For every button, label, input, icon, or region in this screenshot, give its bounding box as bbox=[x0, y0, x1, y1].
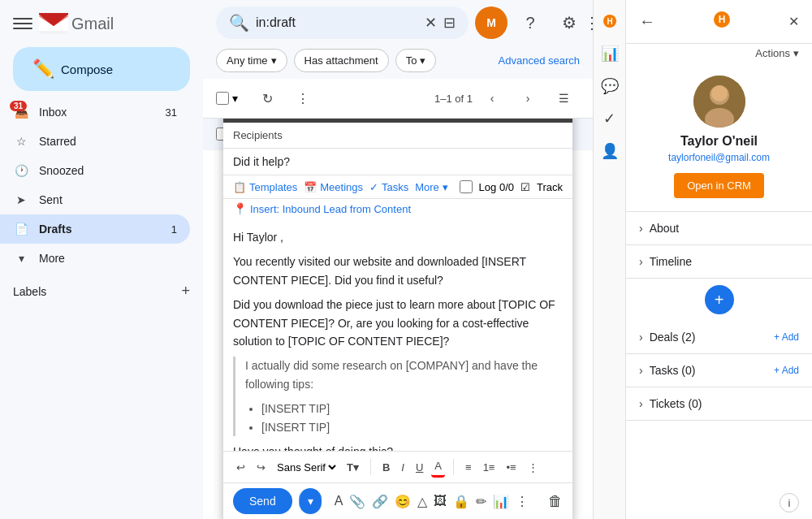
toolbar-icons: ↻ ⋮ bbox=[251, 82, 319, 115]
deals-add-button[interactable]: + Add bbox=[774, 331, 799, 343]
timeline-chevron-icon: › bbox=[639, 255, 643, 268]
more-actions-button[interactable]: More ▾ bbox=[415, 181, 448, 193]
select-all-area[interactable]: ▾ bbox=[216, 92, 238, 105]
bullet-list-button[interactable]: •≡ bbox=[503, 458, 519, 477]
lock-icon[interactable]: 🔒 bbox=[453, 494, 469, 509]
hs-chart-icon[interactable]: 📊 bbox=[595, 39, 624, 68]
sidebar-item-sent[interactable]: ➤ Sent bbox=[0, 185, 190, 214]
sidebar-item-inbox[interactable]: 31 📥 Inbox 31 bbox=[0, 97, 190, 127]
compose-recipients[interactable]: Recipients bbox=[223, 123, 572, 149]
contact-info: Taylor O'neil taylorfoneil@gmail.com Ope… bbox=[626, 63, 812, 212]
more-bottom-icon[interactable]: ⋮ bbox=[516, 494, 529, 509]
signature-icon[interactable]: ✏ bbox=[476, 494, 486, 509]
refresh-icon[interactable]: ↻ bbox=[251, 82, 283, 115]
compose-button[interactable]: ✏️ Compose bbox=[13, 47, 190, 91]
tickets-section-header[interactable]: › Tickets (0) bbox=[626, 387, 812, 420]
labels-add-button[interactable]: + bbox=[181, 283, 190, 300]
underline-button[interactable]: U bbox=[412, 458, 426, 477]
body-para1: You recently visited our website and dow… bbox=[233, 253, 563, 289]
info-icon[interactable]: i bbox=[780, 493, 799, 513]
log-checkbox[interactable] bbox=[460, 180, 473, 193]
emoji-icon[interactable]: 😊 bbox=[395, 494, 411, 509]
numbered-list-button[interactable]: 1≡ bbox=[480, 458, 499, 477]
compose-subject[interactable]: Did it help? bbox=[223, 149, 572, 175]
attach-icon[interactable]: 📎 bbox=[349, 494, 365, 509]
view-options-icon[interactable]: ☰ bbox=[547, 82, 580, 115]
hs-chat-icon[interactable]: 💬 bbox=[595, 71, 624, 101]
redo-button[interactable]: ↪ bbox=[253, 458, 269, 477]
inbox-count: 31 bbox=[166, 106, 177, 119]
undo-button[interactable]: ↩ bbox=[233, 458, 248, 477]
open-crm-button[interactable]: Open in CRM bbox=[674, 173, 764, 198]
contact-email[interactable]: taylorfoneil@gmail.com bbox=[668, 152, 770, 163]
text-color-button[interactable]: A bbox=[431, 456, 445, 478]
deals-chevron-icon: › bbox=[639, 331, 643, 344]
send-button[interactable]: Send bbox=[233, 488, 292, 514]
to-filter[interactable]: To ▾ bbox=[395, 49, 437, 72]
settings-icon[interactable]: ⚙ bbox=[553, 6, 585, 39]
avatar-icon[interactable]: M bbox=[475, 6, 508, 39]
about-section-header[interactable]: › About bbox=[626, 212, 812, 244]
meetings-button[interactable]: 📅 Meetings bbox=[304, 181, 363, 193]
close-panel-button[interactable]: ✕ bbox=[788, 14, 799, 29]
hs-crm-icon[interactable]: H bbox=[595, 6, 624, 36]
hubspot-icon[interactable]: 📊 bbox=[493, 494, 509, 509]
hs-user-icon[interactable]: 👤 bbox=[595, 136, 624, 166]
photo-icon[interactable]: 🖼 bbox=[434, 494, 447, 508]
deals-section-header[interactable]: › Deals (2) + Add bbox=[626, 321, 812, 353]
sidebar-item-starred[interactable]: ☆ Starred bbox=[0, 127, 190, 156]
help-icon[interactable]: ? bbox=[514, 6, 546, 39]
link-icon[interactable]: 🔗 bbox=[372, 494, 388, 509]
back-button[interactable]: ← bbox=[639, 12, 655, 31]
actions-dropdown[interactable]: Actions ▾ bbox=[626, 44, 812, 63]
tasks-button[interactable]: ✓ Tasks bbox=[369, 181, 408, 193]
advanced-search-link[interactable]: Advanced search bbox=[499, 54, 580, 67]
menu-icon[interactable] bbox=[13, 14, 32, 33]
delete-draft-button[interactable]: 🗑 bbox=[548, 493, 563, 510]
track-checkbox[interactable]: ☑ bbox=[520, 181, 530, 193]
contact-name: Taylor O'neil bbox=[680, 134, 758, 149]
location-icon: 📍 bbox=[233, 202, 247, 215]
about-section: › About bbox=[626, 212, 812, 245]
add-button[interactable]: + bbox=[705, 285, 734, 314]
search-clear-icon[interactable]: ✕ bbox=[425, 14, 437, 32]
any-time-filter[interactable]: Any time ▾ bbox=[216, 49, 287, 72]
svg-point-7 bbox=[711, 85, 728, 102]
bold-button[interactable]: B bbox=[379, 458, 393, 477]
any-time-chevron: ▾ bbox=[271, 54, 277, 67]
search-input[interactable] bbox=[256, 15, 418, 30]
more-formatting-button[interactable]: ⋮ bbox=[525, 458, 542, 477]
question-text: Have you thought of doing this? bbox=[233, 443, 563, 451]
send-dropdown-button[interactable]: ▾ bbox=[299, 488, 322, 514]
search-bar: 🔍 ✕ ⊟ M ? ⚙ ⋮⋮⋮ bbox=[203, 0, 593, 45]
more-options-icon[interactable]: ⋮ bbox=[287, 82, 319, 115]
more-icon: ▾ bbox=[13, 252, 29, 265]
align-button[interactable]: ≡ bbox=[462, 458, 475, 477]
tasks-section-header[interactable]: › Tasks (0) + Add bbox=[626, 354, 812, 387]
sidebar-item-more[interactable]: ▾ More bbox=[0, 244, 190, 273]
select-dropdown-icon[interactable]: ▾ bbox=[232, 92, 238, 105]
timeline-section-header[interactable]: › Timeline bbox=[626, 245, 812, 278]
select-all-checkbox[interactable] bbox=[216, 92, 229, 105]
compose-body[interactable]: Hi Taylor , You recently visited our web… bbox=[223, 218, 572, 451]
search-box[interactable]: 🔍 ✕ ⊟ bbox=[216, 6, 469, 39]
labels-section: Labels + bbox=[0, 279, 203, 303]
has-attachment-filter[interactable]: Has attachment bbox=[294, 49, 389, 72]
sidebar-item-drafts[interactable]: 📄 Drafts 1 bbox=[0, 214, 190, 244]
font-select[interactable]: Sans Serif bbox=[274, 461, 339, 474]
font-size-button[interactable]: T▾ bbox=[343, 458, 362, 477]
search-filter-icon[interactable]: ⊟ bbox=[443, 14, 456, 32]
email-toolbar: ▾ ↻ ⋮ 1–1 of 1 ‹ › ☰ bbox=[203, 79, 593, 119]
next-page-icon[interactable]: › bbox=[512, 82, 544, 115]
italic-button[interactable]: I bbox=[398, 458, 408, 477]
sidebar-item-snoozed[interactable]: 🕐 Snoozed bbox=[0, 156, 190, 185]
insert-inbound-lead[interactable]: 📍 Insert: Inbound Lead from Content bbox=[223, 199, 572, 218]
format-icon[interactable]: A bbox=[335, 494, 343, 508]
hs-check-icon[interactable]: ✓ bbox=[595, 104, 624, 133]
drive-icon[interactable]: △ bbox=[417, 494, 427, 509]
filter-row: Any time ▾ Has attachment To ▾ Advanced … bbox=[203, 45, 593, 79]
templates-button[interactable]: 📋 Templates bbox=[233, 181, 297, 193]
inbox-badge: 31 bbox=[10, 101, 27, 111]
prev-page-icon[interactable]: ‹ bbox=[476, 82, 508, 115]
tasks-add-button[interactable]: + Add bbox=[774, 365, 799, 376]
